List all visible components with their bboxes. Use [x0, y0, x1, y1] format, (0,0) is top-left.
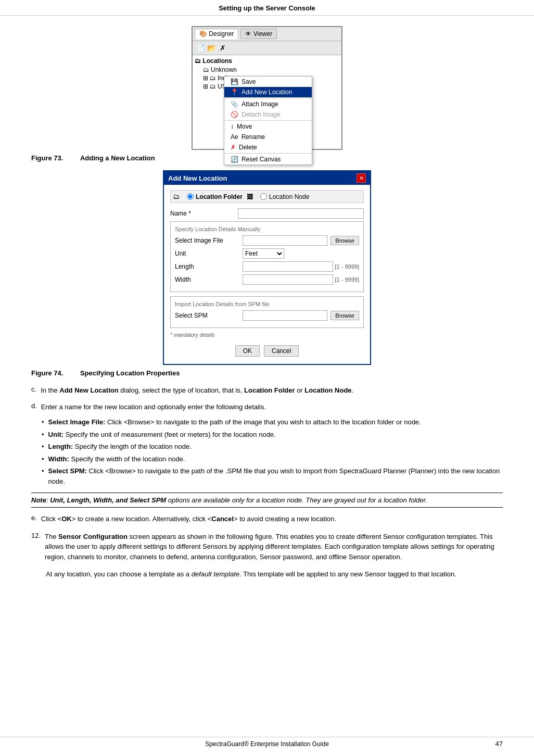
- move-icon: ↕: [231, 123, 234, 130]
- step-12-row: 12. The Sensor Configuration screen appe…: [31, 532, 503, 565]
- context-menu: 💾 Save 📍 Add New Location 📎 Attach Image…: [224, 76, 312, 165]
- new-icon[interactable]: 📄: [195, 43, 205, 53]
- figure-73-screenshot: 🎨 Designer 👁 Viewer 📄 📂 ✗ 🗂 Locations 🗂 …: [192, 26, 342, 150]
- dialog-title-bar: Add New Location ✕: [164, 171, 370, 185]
- page-footer: SpectraGuard® Enterprise Installation Gu…: [0, 737, 534, 748]
- rename-icon: Ae: [231, 133, 238, 141]
- radio-location-folder[interactable]: Location Folder 🖼: [187, 193, 253, 200]
- open-icon[interactable]: 📂: [206, 43, 217, 53]
- image-file-input[interactable]: [243, 235, 327, 246]
- ctx-divider-1: [224, 98, 312, 98]
- ctx-rename[interactable]: Ae Rename: [224, 132, 312, 142]
- ok-button[interactable]: OK: [235, 345, 260, 357]
- note-box: Note: Unit, Length, Width, and Select SP…: [31, 493, 503, 508]
- location-type-row: 🗂 Location Folder 🖼 Location Node: [170, 190, 364, 203]
- step-d-row: d. Enter a name for the new location and…: [31, 402, 503, 415]
- step-12-prefix: 12.: [31, 532, 41, 565]
- import-location-section: Import Location Details from SPM file Se…: [170, 296, 364, 328]
- figure-74-dialog-container: Add New Location ✕ 🗂 Location Folder 🖼 L…: [163, 170, 371, 365]
- length-input[interactable]: [243, 261, 333, 272]
- width-label: Width: [175, 276, 243, 283]
- select-spm-row: Select SPM Browse: [175, 310, 359, 321]
- ctx-delete[interactable]: ✗ Delete: [224, 142, 312, 153]
- bullet-select-spm: • Select SPM: Click <Browse> to navigate…: [42, 466, 503, 486]
- tree-root-label: 🗂 Locations: [195, 57, 339, 65]
- bullet-icon-5: •: [42, 466, 44, 486]
- width-hint: [1 - 9999]: [335, 276, 359, 283]
- unit-label: Unit: [175, 250, 243, 257]
- folder-img-icon: 🖼: [247, 193, 253, 200]
- name-row: Name *: [170, 208, 364, 219]
- location-icon: 🗂: [173, 193, 180, 200]
- bullet-icon-2: •: [42, 430, 44, 440]
- step-c-text: In the Add New Location dialog, select t…: [41, 385, 353, 396]
- ctx-reset-canvas[interactable]: 🔄 Reset Canvas: [224, 154, 312, 165]
- specify-location-section: Specify Location Details Manually Select…: [170, 221, 364, 292]
- designer-window: 🎨 Designer 👁 Viewer 📄 📂 ✗ 🗂 Locations 🗂 …: [192, 26, 342, 150]
- tab-viewer[interactable]: 👁 Viewer: [240, 29, 277, 39]
- add-location-icon: 📍: [231, 89, 238, 96]
- cancel-button[interactable]: Cancel: [264, 345, 299, 357]
- step-e-text: Click <OK> to create a new location. Alt…: [41, 514, 336, 524]
- tree-area: 🗂 Locations 🗂 Unknown ⊞ 🗂 India ⊞ 🗂 US 💾: [193, 55, 341, 149]
- page-number: 47: [495, 740, 503, 748]
- save-icon: 💾: [231, 78, 238, 85]
- dialog-buttons: OK Cancel: [170, 342, 364, 359]
- select-image-row: Select Image File Browse: [175, 235, 359, 246]
- spm-input[interactable]: [243, 310, 327, 321]
- select-image-label: Select Image File: [175, 237, 243, 244]
- bullet-length: • Length: Specify the length of the loca…: [42, 442, 503, 452]
- step-c-prefix: c.: [31, 385, 36, 399]
- length-row: Length [1 - 9999]: [175, 261, 359, 272]
- mandatory-note: * mandatory details: [170, 332, 364, 338]
- step-12-text: The Sensor Configuration screen appears …: [45, 532, 503, 562]
- step-d-text: Enter a name for the new location and op…: [41, 402, 266, 412]
- unit-row: Unit Feet Meters: [175, 248, 359, 259]
- add-new-location-dialog: Add New Location ✕ 🗂 Location Folder 🖼 L…: [163, 170, 371, 365]
- radio-location-node[interactable]: Location Node: [260, 193, 309, 200]
- unit-dropdown[interactable]: Feet Meters: [243, 248, 284, 259]
- name-label: Name *: [170, 210, 238, 217]
- ctx-save[interactable]: 💾 Save: [224, 77, 312, 87]
- bullet-unit: • Unit: Specify the unit of measurement …: [42, 430, 503, 440]
- attach-icon: 📎: [231, 100, 238, 108]
- bullet-icon-4: •: [42, 454, 44, 464]
- tree-item-unknown: 🗂 Unknown: [195, 66, 339, 74]
- page-header: Setting up the Server Console: [0, 0, 534, 16]
- tab-designer[interactable]: 🎨 Designer: [195, 29, 238, 39]
- step-e-row: e. Click <OK> to create a new location. …: [31, 514, 503, 527]
- spm-browse-button[interactable]: Browse: [330, 311, 359, 320]
- step-c-row: c. In the Add New Location dialog, selec…: [31, 385, 503, 399]
- length-label: Length: [175, 263, 243, 270]
- dialog-body: 🗂 Location Folder 🖼 Location Node Name *: [164, 185, 370, 364]
- delete-ctx-icon: ✗: [231, 144, 236, 151]
- designer-toolbar: 🎨 Designer 👁 Viewer: [193, 27, 341, 41]
- designer-icon-bar: 📄 📂 ✗: [193, 41, 341, 55]
- ctx-add-new-location[interactable]: 📍 Add New Location: [224, 87, 312, 97]
- image-browse-button[interactable]: Browse: [330, 236, 359, 245]
- length-hint: [1 - 9999]: [335, 263, 359, 270]
- select-spm-label: Select SPM: [175, 312, 243, 319]
- name-input[interactable]: [238, 208, 364, 219]
- width-input[interactable]: [243, 274, 333, 285]
- ctx-move[interactable]: ↕ Move: [224, 121, 312, 132]
- ctx-attach-image[interactable]: 📎 Attach Image: [224, 99, 312, 109]
- ctx-divider-3: [224, 153, 312, 154]
- bullet-icon-1: •: [42, 417, 44, 427]
- bullet-list: • Select Image File: Click <Browse> to n…: [31, 417, 503, 486]
- import-section-title: Import Location Details from SPM file: [175, 301, 359, 307]
- width-row: Width [1 - 9999]: [175, 274, 359, 285]
- step-12b-text: At any location, you can choose a templa…: [46, 569, 503, 579]
- step-e-prefix: e.: [31, 514, 37, 527]
- step-d-prefix: d.: [31, 402, 37, 415]
- bullet-select-image: • Select Image File: Click <Browse> to n…: [42, 417, 503, 427]
- detach-icon: 🚫: [231, 111, 238, 118]
- specify-section-title: Specify Location Details Manually: [175, 226, 359, 232]
- delete-icon[interactable]: ✗: [218, 43, 228, 53]
- dialog-close-button[interactable]: ✕: [357, 173, 366, 183]
- ctx-divider-2: [224, 120, 312, 121]
- bullet-width: • Width: Specify the width of the locati…: [42, 454, 503, 464]
- figure-74-caption: Figure 74. Specifying Location Propertie…: [31, 369, 503, 377]
- dialog-title: Add New Location: [168, 174, 227, 182]
- reset-icon: 🔄: [231, 156, 238, 163]
